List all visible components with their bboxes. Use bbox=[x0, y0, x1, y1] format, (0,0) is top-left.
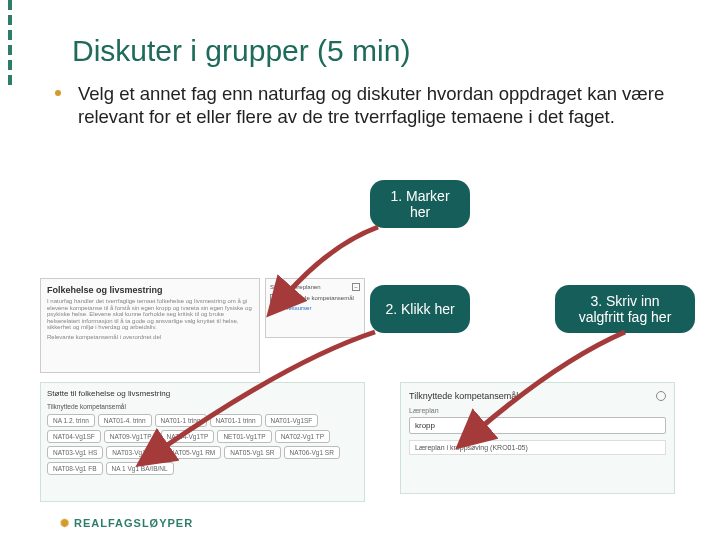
screenshot-folkehelse: Folkehelse og livsmestring I naturfag ha… bbox=[40, 278, 260, 373]
s4-label: Læreplan bbox=[409, 407, 666, 414]
pill[interactable]: NA 1.2. trinn bbox=[47, 414, 95, 427]
pill[interactable]: NAT01‑Vg1SF bbox=[265, 414, 319, 427]
s2-heading: Støtte i læreplanen bbox=[270, 284, 321, 290]
callout-1-text: 1. Marker her bbox=[382, 188, 458, 220]
callout-2-text: 2. Klikk her bbox=[385, 301, 454, 317]
callout-2: 2. Klikk her bbox=[370, 285, 470, 333]
bullet-icon bbox=[55, 90, 61, 96]
s3-heading: Støtte til folkehelse og livsmestring bbox=[47, 389, 358, 398]
pill[interactable]: NAT08‑Vg1 FB bbox=[47, 462, 103, 475]
logo: ✺REALFAGSLØYPER bbox=[60, 517, 193, 530]
s4-heading: Tilknyttede kompetansemål bbox=[409, 391, 666, 401]
s2-link[interactable]: + Vis ressurser bbox=[270, 305, 360, 311]
callout-3: 3. Skriv inn valgfritt fag her bbox=[555, 285, 695, 333]
slide-title: Diskuter i grupper (5 min) bbox=[72, 34, 410, 68]
body-text: Velg et annet fag enn naturfag og diskut… bbox=[78, 82, 668, 128]
s4-input-value: kropp bbox=[415, 421, 435, 430]
callout-3-text: 3. Skriv inn valgfritt fag her bbox=[567, 293, 683, 325]
pill[interactable]: NAT03‑Vg1 HS bbox=[47, 446, 103, 459]
s4-result[interactable]: Læreplan i kroppsøving (KRO01‑05) bbox=[409, 440, 666, 455]
screenshot-search: Tilknyttede kompetansemål Læreplan kropp… bbox=[400, 382, 675, 494]
pill[interactable]: NAT04‑Vg1TP bbox=[161, 430, 215, 443]
s4-input[interactable]: kropp bbox=[409, 417, 666, 434]
logo-text: REALFAGSLØYPER bbox=[74, 517, 193, 529]
callout-1: 1. Marker her bbox=[370, 180, 470, 228]
s2-link-text: Vis ressurser bbox=[277, 305, 312, 311]
collapse-icon[interactable] bbox=[656, 391, 666, 401]
s2-checkbox-row[interactable]: ✓ Tilknyttede kompetansemål bbox=[270, 294, 360, 302]
pill[interactable]: NAT01‑1 trinn bbox=[155, 414, 207, 427]
s2-heading-row: Støtte i læreplanen − bbox=[270, 283, 360, 291]
s2-chk-label: Tilknyttede kompetansemål bbox=[281, 295, 354, 301]
pill[interactable]: NET01‑Vg1TP bbox=[217, 430, 271, 443]
pill[interactable]: NAT04‑Vg1SF bbox=[47, 430, 101, 443]
gear-icon: ✺ bbox=[60, 517, 70, 529]
s3-sub: Tilknyttede kompetansemål bbox=[47, 403, 358, 410]
pill[interactable]: NAT01‑4. trinn bbox=[98, 414, 152, 427]
decorative-dashes bbox=[8, 0, 12, 85]
screenshot-support: Støtte i læreplanen − ✓ Tilknyttede komp… bbox=[265, 278, 365, 338]
pill[interactable]: NAT03‑Vg1 IM bbox=[106, 446, 161, 459]
pill[interactable]: NA 1 Vg1 BA/IB/NL bbox=[106, 462, 174, 475]
s1-heading: Folkehelse og livsmestring bbox=[47, 285, 253, 295]
pill[interactable]: NAT05‑Vg1 SR bbox=[224, 446, 280, 459]
slide: Diskuter i grupper (5 min) Velg et annet… bbox=[0, 0, 720, 540]
pill[interactable]: NAT09‑Vg1TP bbox=[104, 430, 158, 443]
s1-blurb: I naturfag handler det tverrfaglige tema… bbox=[47, 298, 253, 331]
minus-icon: − bbox=[352, 283, 360, 291]
pill[interactable]: NAT05‑Vg1 RM bbox=[164, 446, 221, 459]
s1-sub: Relevante kompetansemål i overordnet del bbox=[47, 334, 253, 340]
plus-icon: + bbox=[270, 305, 274, 311]
checkbox-icon[interactable]: ✓ bbox=[270, 294, 278, 302]
pill[interactable]: NAT02‑Vg1 TP bbox=[275, 430, 330, 443]
pill[interactable]: NAT06‑Vg1 SR bbox=[284, 446, 340, 459]
pill[interactable]: NAT01‑1 trinn bbox=[210, 414, 262, 427]
screenshot-pills: Støtte til folkehelse og livsmestring Ti… bbox=[40, 382, 365, 502]
s3-pills: NA 1.2. trinnNAT01‑4. trinnNAT01‑1 trinn… bbox=[47, 414, 358, 475]
